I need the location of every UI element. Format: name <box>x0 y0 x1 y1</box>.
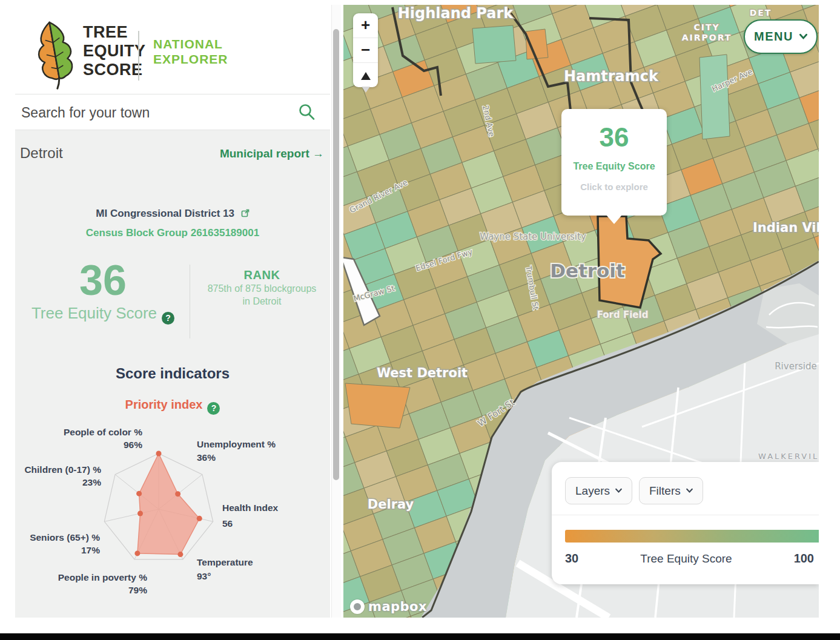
city-label: Hamtramck <box>564 68 659 85</box>
rank-block: RANK 875th of 875 blockgroups in Detroit <box>197 268 327 308</box>
menu-label: MENU <box>754 30 793 44</box>
radar-data-point <box>197 516 202 521</box>
subtitle-line: EXPLORER <box>153 51 228 67</box>
radar-axis-value: 17% <box>81 545 100 555</box>
score-popup[interactable]: 36 Tree Equity Score Click to explore <box>561 109 667 216</box>
radar-axis-label: Health Index <box>222 503 279 513</box>
radar-axis-label: People in poverty % <box>58 572 148 582</box>
radar-data-point <box>136 491 142 496</box>
priority-index-label: Priority index <box>125 398 203 411</box>
chevron-down-icon <box>615 487 622 494</box>
rank-detail: 875th of 875 blockgroups <box>197 282 327 295</box>
arrow-right-icon: → <box>313 147 324 160</box>
zoom-out-button[interactable]: − <box>353 38 378 62</box>
chevron-down-icon <box>686 487 693 494</box>
radar-axis-label: Temperature <box>197 557 253 567</box>
menu-button[interactable]: MENU <box>744 19 818 54</box>
radar-data-point <box>175 491 180 496</box>
logo-line: EQUITY <box>83 42 146 61</box>
neighborhood-label: Delray <box>368 497 414 512</box>
blockgroup-patch[interactable] <box>699 54 730 139</box>
rank-detail: in Detroit <box>197 295 327 308</box>
oak-leaf-icon <box>32 18 78 90</box>
priority-radar-chart: People of color % 96% Unemployment % 36%… <box>15 422 330 616</box>
neighborhood-label: WALKERVILL <box>758 452 819 461</box>
priority-index-row: Priority index? <box>15 398 330 415</box>
radar-data-point <box>134 550 140 556</box>
poi-label: DET <box>750 8 772 18</box>
sidebar-scrollbar[interactable] <box>331 5 341 618</box>
window-bottom-edge <box>0 633 840 640</box>
poi-label: AIRPORT <box>682 33 732 42</box>
radar-axis-value: 23% <box>82 477 101 487</box>
scrollbar-thumb[interactable] <box>333 29 339 480</box>
radar-axis-value: 79% <box>128 585 147 595</box>
mapbox-attribution[interactable]: mapbox <box>350 599 427 614</box>
logo-line: SCORE <box>83 61 146 79</box>
radar-axis-value: 36% <box>197 452 216 463</box>
layers-button[interactable]: Layers <box>565 477 632 504</box>
score-indicators-title: Score indicators <box>15 365 330 382</box>
compass-north-icon <box>361 72 371 80</box>
chevron-down-icon <box>799 33 807 41</box>
municipal-report-label: Municipal report <box>220 147 309 160</box>
tree-equity-score-value: 36 <box>15 260 191 300</box>
district-link[interactable]: MI Congressional District 13 <box>15 208 330 220</box>
neighborhood-label: Indian Villag <box>753 220 819 235</box>
legend-title: Tree Equity Score <box>640 552 732 566</box>
neighborhood-label: Riverside <box>775 361 817 372</box>
radar-axis-label: Children (0-17) % <box>24 464 101 475</box>
municipal-report-link[interactable]: Municipal report → <box>220 147 324 160</box>
app-window: TREE EQUITY SCORE NATIONAL EXPLORER Detr… <box>0 0 840 640</box>
poi-label: Wayne State University <box>480 231 586 242</box>
popup-score-label: Tree Equity Score <box>561 161 667 172</box>
legend-max: 100 <box>794 552 814 566</box>
neighborhood-label: West Detroit <box>377 366 468 380</box>
radar-axis-value: 56 <box>222 518 233 529</box>
logo-line: TREE <box>83 23 146 42</box>
divider <box>552 515 819 515</box>
search-input[interactable] <box>20 101 301 125</box>
sidebar: TREE EQUITY SCORE NATIONAL EXPLORER Detr… <box>15 5 330 618</box>
radar-data-point <box>137 510 143 516</box>
logo-header: TREE EQUITY SCORE NATIONAL EXPLORER <box>15 5 330 94</box>
radar-axis-label: People of color % <box>64 427 142 437</box>
map-canvas[interactable]: 2nd Ave Grand River Ave McGraw St Edsel … <box>343 5 819 618</box>
radar-plot <box>104 451 213 559</box>
compass-south-icon <box>362 87 370 93</box>
mapbox-icon <box>350 599 365 614</box>
city-label: Detroit <box>550 260 625 282</box>
radar-axis-label: Unemployment % <box>197 439 276 449</box>
mapbox-wordmark: mapbox <box>368 599 427 614</box>
radar-axis-label: Seniors (65+) % <box>30 532 100 543</box>
legend-min: 30 <box>565 552 578 566</box>
logo-divider <box>138 31 139 81</box>
external-link-icon <box>241 209 250 217</box>
city-row: Detroit Municipal report → <box>15 145 330 167</box>
radar-axis-value: 93° <box>197 571 211 581</box>
legend-labels: 30 Tree Equity Score 100 <box>565 552 814 566</box>
census-block-link[interactable]: Census Block Group 261635189001 <box>15 227 330 239</box>
poi-label: CITY <box>693 22 719 32</box>
city-name: Detroit <box>20 145 63 162</box>
score-gradient-bar <box>565 530 819 543</box>
sidebar-body: Detroit Municipal report → MI Congressio… <box>15 130 330 618</box>
layers-label: Layers <box>575 484 610 498</box>
help-icon[interactable]: ? <box>207 402 220 415</box>
radar-axis-value: 96% <box>124 440 142 450</box>
city-label: Highland Park <box>398 5 514 22</box>
help-icon[interactable]: ? <box>162 312 174 325</box>
blockgroup-patch[interactable] <box>345 383 410 428</box>
radar-data-point <box>177 552 183 557</box>
zoom-in-button[interactable]: + <box>353 13 378 38</box>
map-zoom-control: + − <box>353 13 378 87</box>
search-icon[interactable] <box>297 103 316 121</box>
legend-panel: Layers Filters 30 Tree Equity Score 100 <box>552 462 819 584</box>
divider <box>190 265 190 338</box>
poi-label: Ford Field <box>597 309 649 320</box>
logo-wordmark: TREE EQUITY SCORE <box>83 23 146 79</box>
compass-button[interactable] <box>353 62 378 87</box>
blockgroup-patch[interactable] <box>472 25 516 64</box>
filters-button[interactable]: Filters <box>639 477 703 504</box>
app-subtitle: NATIONAL EXPLORER <box>153 36 228 67</box>
